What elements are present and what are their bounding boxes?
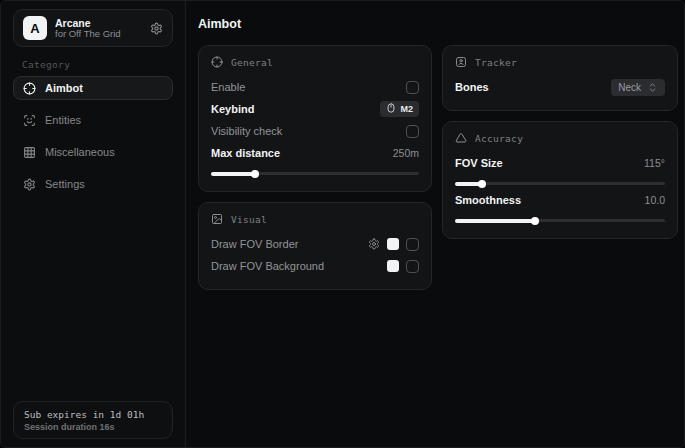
slider-fill <box>211 172 255 176</box>
category-label: Category <box>22 59 173 70</box>
settings-gear-icon[interactable] <box>150 22 163 35</box>
max-distance-row: Max distance 250m <box>211 142 419 164</box>
triangle-icon <box>455 132 467 144</box>
bones-row: Bones Neck <box>455 76 665 98</box>
chevrons-up-down-icon <box>647 82 658 93</box>
person-frame-icon <box>455 56 467 68</box>
visibility-check-row: Visibility check <box>211 120 419 142</box>
panel-accuracy: Accuracy FOV Size 115° Smoothness 10.0 <box>442 121 678 239</box>
sidebar-item-label: Entities <box>45 114 81 126</box>
bones-selected-value: Neck <box>618 82 641 93</box>
visibility-check-checkbox[interactable] <box>406 125 419 138</box>
subscription-card: Sub expires in 1d 01h Session duration 1… <box>13 401 173 439</box>
keybind-button[interactable]: M2 <box>380 101 419 117</box>
slider-track <box>455 182 665 185</box>
fov-size-value: 115° <box>644 157 665 169</box>
keybind-value: M2 <box>400 104 413 114</box>
keybind-row: Keybind M2 <box>211 98 419 120</box>
fov-size-label: FOV Size <box>455 157 503 169</box>
fov-border-label: Draw FOV Border <box>211 238 298 250</box>
sidebar-item-aimbot[interactable]: Aimbot <box>13 76 173 100</box>
app-logo: A <box>23 16 47 40</box>
sidebar-item-label: Settings <box>45 178 85 190</box>
sidebar-item-label: Miscellaneous <box>45 146 115 158</box>
sub-expires-text: Sub expires in 1d 01h <box>24 409 162 420</box>
app-subtitle: for Off The Grid <box>55 29 142 40</box>
app-window: A Arcane for Off The Grid Category Aimbo… <box>0 0 685 448</box>
fov-border-settings-icon[interactable] <box>368 238 380 250</box>
max-distance-value: 250m <box>393 147 419 159</box>
sidebar-item-label: Aimbot <box>45 82 83 94</box>
scan-face-icon <box>23 114 36 127</box>
sidebar-item-settings[interactable]: Settings <box>13 172 173 196</box>
enable-row: Enable <box>211 76 419 98</box>
smoothness-label: Smoothness <box>455 194 521 206</box>
panel-general: General Enable Keybind M2 <box>198 45 432 192</box>
crosshair-icon <box>23 82 36 95</box>
panel-visual-header: Visual <box>211 213 419 225</box>
max-distance-label: Max distance <box>211 147 280 159</box>
fov-size-row: FOV Size 115° <box>455 152 665 174</box>
page-title: Aimbot <box>198 17 678 31</box>
slider-thumb[interactable] <box>251 170 259 178</box>
panel-accuracy-header: Accuracy <box>455 132 665 144</box>
mouse-icon <box>386 103 396 115</box>
brand-text: Arcane for Off The Grid <box>55 17 142 40</box>
enable-checkbox[interactable] <box>406 81 419 94</box>
smoothness-slider[interactable] <box>455 216 665 224</box>
fov-background-row: Draw FOV Background <box>211 255 419 277</box>
fov-size-slider[interactable] <box>455 179 665 187</box>
fov-border-color-swatch[interactable] <box>387 238 399 250</box>
gear-icon <box>23 178 36 191</box>
sidebar-nav: Aimbot Entities Miscellaneous Settings <box>13 76 173 196</box>
max-distance-slider[interactable] <box>211 169 419 177</box>
panel-tracker: Tracker Bones Neck <box>442 45 678 111</box>
bones-select[interactable]: Neck <box>611 79 665 96</box>
panel-visual: Visual Draw FOV Border Draw <box>198 202 432 290</box>
smoothness-value: 10.0 <box>645 194 665 206</box>
fov-background-color-swatch[interactable] <box>387 260 399 272</box>
visibility-check-label: Visibility check <box>211 125 282 137</box>
slider-thumb[interactable] <box>531 217 539 225</box>
app-title: Arcane <box>55 17 142 29</box>
sidebar-item-miscellaneous[interactable]: Miscellaneous <box>13 140 173 164</box>
grid-icon <box>23 146 36 159</box>
crosshair-icon <box>211 56 223 68</box>
fov-background-label: Draw FOV Background <box>211 260 324 272</box>
sidebar: A Arcane for Off The Grid Category Aimbo… <box>1 1 186 447</box>
bones-label: Bones <box>455 81 489 93</box>
keybind-label: Keybind <box>211 103 254 115</box>
panel-title: Visual <box>231 214 267 225</box>
main-content: Aimbot General Enable <box>186 1 685 447</box>
brand-card: A Arcane for Off The Grid <box>13 9 173 47</box>
fov-background-checkbox[interactable] <box>406 260 419 273</box>
slider-fill <box>455 219 535 223</box>
slider-thumb[interactable] <box>478 180 486 188</box>
enable-label: Enable <box>211 81 245 93</box>
panel-tracker-header: Tracker <box>455 56 665 68</box>
fov-border-row: Draw FOV Border <box>211 233 419 255</box>
session-duration-text: Session duration 16s <box>24 422 162 432</box>
panel-title: Tracker <box>475 57 517 68</box>
panel-title: Accuracy <box>475 133 523 144</box>
panel-title: General <box>231 57 273 68</box>
smoothness-row: Smoothness 10.0 <box>455 189 665 211</box>
panel-general-header: General <box>211 56 419 68</box>
image-icon <box>211 213 223 225</box>
sidebar-item-entities[interactable]: Entities <box>13 108 173 132</box>
fov-border-checkbox[interactable] <box>406 238 419 251</box>
